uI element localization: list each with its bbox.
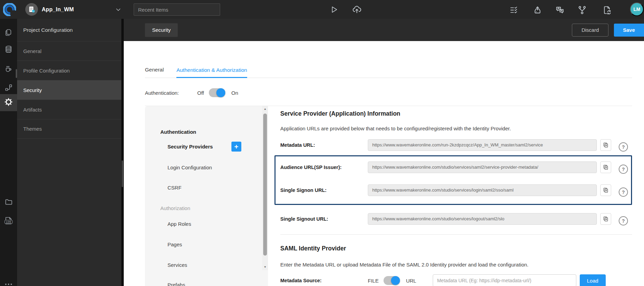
discard-button[interactable]: Discard — [572, 24, 608, 37]
file-option-label: FILE — [368, 278, 379, 284]
authentication-toggle[interactable] — [209, 88, 225, 97]
authentication-on-label: On — [231, 90, 238, 96]
help-icon[interactable]: ? — [619, 187, 628, 197]
nav-section-authentication: Authentication — [145, 128, 268, 136]
export-deploy-icon[interactable] — [532, 5, 542, 15]
menu-item-artifacts[interactable]: Artifacts — [17, 100, 121, 119]
nav-item-services[interactable]: Services — [145, 261, 268, 269]
toggle-knob — [216, 88, 225, 97]
single-signon-url-row: Single Signon URL: ? — [276, 183, 631, 197]
menu-item-themes[interactable]: Themes — [17, 119, 121, 139]
url-option-label: URL — [406, 278, 416, 284]
metadata-url-input[interactable] — [368, 139, 597, 151]
nav-item-security-providers[interactable]: Security Providers + — [145, 142, 268, 152]
tab-authentication-authorization[interactable]: Authentication & Authorization — [176, 67, 247, 78]
publish-cloud-upload-icon[interactable] — [351, 4, 362, 15]
left-icon-rail: LOG — [0, 19, 17, 286]
menu-item-security[interactable]: Security — [17, 80, 121, 100]
metadata-source-label: Metadata Source: — [280, 278, 368, 283]
sp-info-description: Application URLs are provided below that… — [274, 126, 632, 131]
load-button[interactable]: Load — [580, 274, 606, 286]
app-title: App_In_WM — [42, 0, 74, 19]
app-icon — [25, 3, 38, 16]
security-tabs: General Authentication & Authorization — [145, 67, 632, 78]
toggle-knob — [391, 276, 400, 285]
nav-scrollbar-thumb[interactable] — [263, 114, 267, 256]
idp-metadata-url-input[interactable] — [433, 274, 576, 286]
checklist-icon[interactable] — [509, 5, 519, 15]
saml-idp-description: Enter the Metadata URL or upload Metadat… — [274, 262, 632, 268]
metadata-url-label: Metadata URL: — [280, 142, 368, 148]
metadata-url-row: Metadata URL: ? — [274, 138, 632, 152]
help-icon[interactable]: ? — [619, 142, 628, 152]
copy-icon[interactable] — [600, 161, 611, 173]
security-settings-nav: Authentication Security Providers + Logi… — [145, 106, 268, 286]
files-folder-icon[interactable] — [0, 193, 17, 210]
authentication-label: Authentication: — [145, 90, 197, 96]
log-icon-label: LOG — [4, 220, 13, 224]
java-services-icon[interactable] — [0, 60, 17, 77]
highlighted-fields-box: Audience URL(SP Issuer): ? — [274, 155, 632, 205]
single-signout-url-row: Single Signout URL: ? — [274, 212, 632, 225]
add-security-provider-button[interactable]: + — [231, 142, 241, 152]
help-icon[interactable]: ? — [619, 165, 628, 174]
service-provider-section: Service Provider (Application) Informati… — [274, 106, 632, 286]
pages-icon[interactable] — [0, 24, 17, 41]
project-configuration-title: Project Configuration — [17, 19, 121, 41]
metadata-source-toggle[interactable] — [384, 276, 400, 285]
recent-items-label: Recent Items — [138, 7, 168, 13]
topbar: App_In_WM Recent Items — [0, 0, 644, 19]
database-icon[interactable] — [0, 41, 17, 58]
copy-icon[interactable] — [600, 139, 611, 151]
menu-item-profile-configuration[interactable]: Profile Configuration — [17, 61, 121, 80]
apis-connector-icon[interactable] — [0, 79, 17, 96]
user-avatar[interactable]: LM — [630, 2, 644, 16]
project-configuration-panel: Project Configuration General Profile Co… — [17, 19, 121, 286]
audience-url-row: Audience URL(SP Issuer): ? — [276, 160, 631, 174]
preview-play-icon[interactable] — [329, 5, 339, 14]
page-title-tab[interactable]: Security — [145, 23, 178, 37]
nav-item-login-configuration[interactable]: Login Configuration — [145, 164, 268, 171]
single-signout-url-label: Single Signout URL: — [280, 216, 368, 222]
panel-separator — [121, 19, 124, 286]
authentication-toggle-row: Authentication: Off On — [145, 88, 644, 98]
panel-scrollbar-thumb[interactable] — [122, 160, 123, 187]
saml-idp-title: SAML Identity Provider — [274, 245, 632, 252]
version-control-icon[interactable] — [577, 5, 588, 15]
recent-items-box[interactable]: Recent Items — [134, 3, 220, 16]
single-signon-url-input[interactable] — [368, 184, 597, 196]
single-signout-url-input[interactable] — [368, 213, 597, 225]
nav-scrollbar: ▲ ▼ — [262, 106, 268, 270]
sp-info-title: Service Provider (Application) Informati… — [274, 110, 632, 117]
scroll-down-icon[interactable]: ▼ — [262, 264, 268, 270]
page-header: Security Discard Save — [124, 19, 644, 41]
translate-icon[interactable] — [554, 5, 565, 15]
gear-icon — [4, 98, 13, 108]
chevron-down-icon[interactable] — [115, 6, 122, 13]
help-icon[interactable]: ? — [619, 216, 628, 225]
metadata-source-row: Metadata Source: FILE URL Load — [274, 274, 632, 286]
scroll-up-icon[interactable]: ▲ — [262, 106, 268, 112]
nav-item-app-roles[interactable]: App Roles — [145, 220, 268, 228]
wavemaker-logo-icon[interactable] — [3, 3, 16, 16]
nav-item-prefabs[interactable]: Prefabs — [145, 281, 268, 286]
audience-url-label: Audience URL(SP Issuer): — [280, 165, 368, 170]
audience-url-input[interactable] — [368, 161, 597, 173]
settings-rail-item[interactable] — [0, 94, 17, 111]
copy-icon[interactable] — [600, 184, 611, 196]
section-divider — [280, 234, 632, 235]
menu-item-general[interactable]: General — [17, 41, 121, 61]
tab-general[interactable]: General — [145, 67, 164, 78]
save-button[interactable]: Save — [614, 24, 644, 37]
file-sync-icon[interactable] — [602, 5, 613, 15]
logs-icon[interactable]: LOG — [0, 212, 17, 229]
nav-section-authorization: Authorization — [145, 205, 268, 212]
authentication-off-label: Off — [197, 90, 204, 96]
single-signon-url-label: Single Signon URL: — [280, 187, 368, 193]
more-options-icon[interactable] — [0, 276, 17, 286]
nav-item-label: Security Providers — [167, 143, 213, 151]
nav-item-csrf[interactable]: CSRF — [145, 184, 268, 192]
nav-item-pages[interactable]: Pages — [145, 241, 268, 248]
copy-icon[interactable] — [600, 213, 611, 225]
